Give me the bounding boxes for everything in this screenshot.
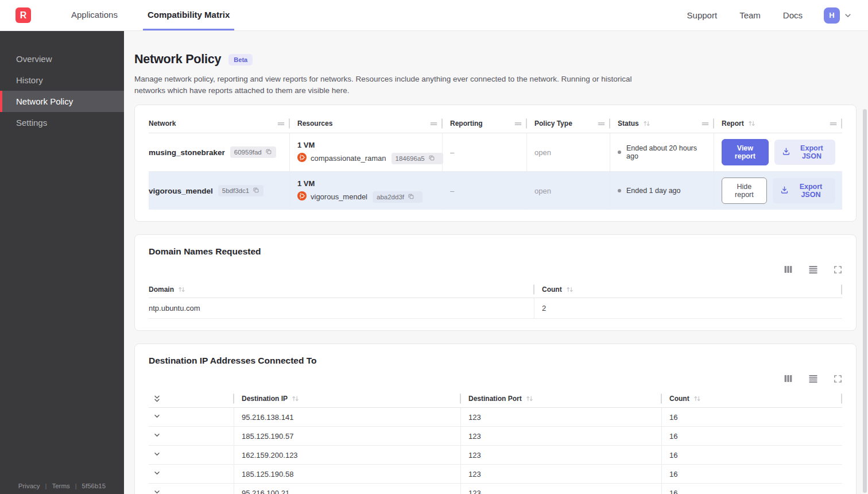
column-header-count[interactable]: Count	[534, 281, 842, 298]
expand-row-button[interactable]	[149, 465, 234, 483]
network-table-row: musing_stonebraker 60959fad 1 VM compass…	[149, 133, 842, 172]
user-avatar[interactable]: H	[824, 7, 840, 24]
sort-icon[interactable]	[748, 120, 755, 127]
column-resize-icon[interactable]	[430, 121, 437, 126]
user-menu-chevron[interactable]	[844, 11, 852, 20]
network-id-badge[interactable]: 60959fad	[230, 146, 276, 158]
destination-table-row: 95.216.138.141 123 16	[149, 408, 842, 427]
destination-ip-card: Destination IP Addresses Connected To De…	[134, 344, 857, 494]
expand-icon[interactable]	[834, 375, 842, 383]
expand-row-button[interactable]	[149, 484, 234, 494]
app-logo[interactable]: R	[16, 7, 31, 23]
network-id: 60959fad	[234, 149, 262, 156]
tab-compatibility-matrix[interactable]: Compatibility Matrix	[143, 0, 234, 30]
expand-row-button[interactable]	[149, 446, 234, 464]
nav-link-support[interactable]: Support	[687, 10, 718, 20]
column-header-count[interactable]: Count	[662, 390, 842, 407]
destination-port-value: 123	[461, 484, 662, 494]
rows-icon[interactable]	[808, 374, 818, 383]
column-header-network[interactable]: Network	[149, 114, 290, 133]
destination-ip-value: 185.125.190.58	[234, 465, 461, 483]
column-header-destination-port[interactable]: Destination Port	[461, 390, 662, 407]
network-name: musing_stonebraker	[149, 148, 225, 157]
destination-table-row: 185.125.190.57 123 16	[149, 427, 842, 446]
sort-icon[interactable]	[292, 395, 299, 402]
terms-link[interactable]: Terms	[52, 483, 69, 489]
destination-ip-value: 185.125.190.57	[234, 427, 461, 445]
destination-table-header: Destination IP Destination Port Count	[149, 390, 842, 408]
network-cell: vigorous_mendel 5bdf3dc1	[149, 172, 290, 210]
policy-type-value: open	[527, 133, 610, 171]
copy-icon[interactable]	[428, 155, 439, 163]
network-cell: musing_stonebraker 60959fad	[149, 133, 290, 171]
column-header-domain[interactable]: Domain	[149, 281, 534, 298]
page-description: Manage network policy, reporting and vie…	[134, 74, 635, 97]
copy-icon[interactable]	[253, 187, 259, 195]
columns-icon[interactable]	[784, 265, 793, 274]
count-value: 16	[662, 446, 842, 464]
sidebar-item-network-policy[interactable]: Network Policy	[0, 91, 124, 112]
rows-icon[interactable]	[808, 265, 818, 274]
ubuntu-icon	[297, 191, 311, 202]
resource-id-badge[interactable]: aba2dd3f	[373, 191, 423, 203]
columns-icon[interactable]	[784, 374, 793, 383]
sort-icon[interactable]	[693, 395, 701, 402]
network-id-badge[interactable]: 5bdf3dc1	[218, 185, 264, 196]
column-header-resources[interactable]: Resources	[290, 114, 443, 133]
report-toggle-button[interactable]: Hide report	[722, 177, 767, 204]
sidebar-item-history[interactable]: History	[0, 70, 124, 91]
tab-applications[interactable]: Applications	[67, 0, 122, 30]
export-json-label: Export JSON	[796, 144, 828, 160]
column-resize-icon[interactable]	[514, 121, 522, 126]
report-toggle-button[interactable]: View report	[722, 139, 769, 165]
destination-table-body: 95.216.138.141 123 16 185.125.190.57 123…	[149, 408, 842, 494]
top-navigation: R Applications Compatibility Matrix Supp…	[0, 0, 868, 31]
column-header-reporting[interactable]: Reporting	[443, 114, 527, 133]
copy-icon[interactable]	[408, 193, 418, 201]
sort-icon[interactable]	[526, 395, 533, 402]
status-cell: Ended 1 day ago	[610, 172, 714, 210]
column-header-policy-type[interactable]: Policy Type	[527, 114, 610, 133]
expand-row-button[interactable]	[149, 408, 234, 426]
column-resize-icon[interactable]	[702, 121, 709, 126]
card-toolbar	[149, 374, 842, 383]
destination-port-value: 123	[461, 446, 662, 464]
domain-table-body: ntp.ubuntu.com 2	[149, 298, 842, 319]
card-toolbar	[149, 265, 842, 274]
resource-id: aba2dd3f	[377, 194, 404, 200]
sort-icon[interactable]	[178, 286, 185, 293]
download-icon	[780, 186, 789, 196]
column-resize-icon[interactable]	[830, 121, 837, 126]
destination-ip-value: 162.159.200.123	[234, 446, 461, 464]
expand-all-rows-button[interactable]	[149, 390, 234, 407]
count-value: 16	[662, 408, 842, 426]
top-nav-right: Support Team Docs H	[665, 0, 868, 30]
sort-icon[interactable]	[643, 120, 650, 127]
top-tabs: Applications Compatibility Matrix	[46, 0, 234, 30]
chevron-down-icon	[153, 450, 161, 460]
copy-icon[interactable]	[265, 148, 272, 156]
domain-table-header: Domain Count	[149, 281, 842, 298]
sidebar-item-overview[interactable]: Overview	[0, 48, 124, 70]
sort-icon[interactable]	[566, 286, 574, 293]
reporting-value: –	[443, 172, 527, 210]
chevron-down-icon	[844, 11, 852, 20]
export-json-button[interactable]: Export JSON	[773, 178, 835, 203]
count-value: 16	[662, 465, 842, 483]
column-header-status[interactable]: Status	[610, 114, 714, 133]
export-json-button[interactable]: Export JSON	[774, 140, 835, 165]
privacy-link[interactable]: Privacy	[18, 483, 40, 489]
page-scrollbar[interactable]	[863, 109, 867, 493]
expand-icon[interactable]	[834, 265, 842, 274]
nav-link-team[interactable]: Team	[739, 10, 761, 20]
expand-row-button[interactable]	[149, 427, 234, 445]
count-value: 16	[662, 427, 842, 445]
column-header-report[interactable]: Report	[714, 114, 842, 133]
sidebar-item-settings[interactable]: Settings	[0, 112, 124, 133]
resource-id-badge[interactable]: 184696a5	[392, 153, 443, 164]
nav-link-docs[interactable]: Docs	[783, 10, 803, 20]
column-header-destination-ip[interactable]: Destination IP	[234, 390, 461, 407]
column-resize-icon[interactable]	[598, 121, 605, 126]
column-resize-icon[interactable]	[277, 121, 285, 126]
status-dot	[618, 189, 621, 192]
